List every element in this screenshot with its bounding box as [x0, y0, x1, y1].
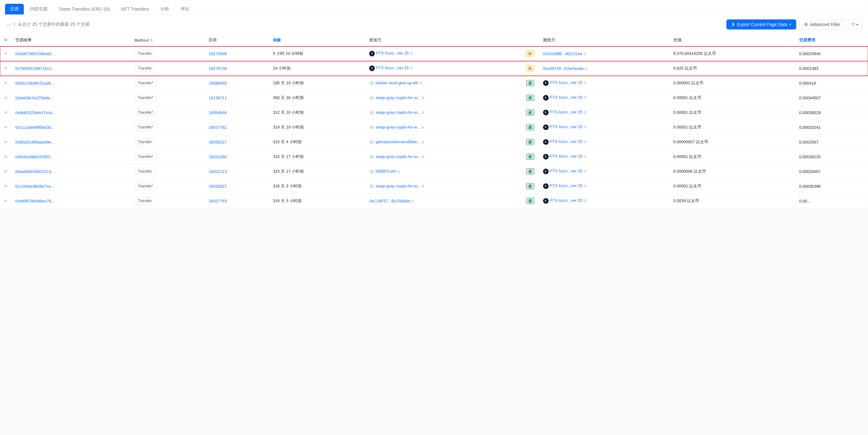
sender-link[interactable]: swap-gray-crypto-for-w...	[375, 110, 420, 115]
copy-to-icon[interactable]: ⧉	[584, 110, 587, 114]
age-cell: 315 天 4 小时前	[269, 135, 366, 150]
tab-comments[interactable]: 评论	[176, 4, 194, 14]
sender-link[interactable]: swap-gray-crypto-for-w...	[375, 184, 420, 188]
row-eye-icon[interactable]: 👁	[4, 125, 8, 130]
tx-hash-link[interactable]: 0xbab89c00925113...	[16, 169, 55, 174]
row-eye-icon[interactable]: 👁	[4, 96, 8, 100]
copy-to-icon[interactable]: ⧉	[585, 66, 588, 71]
block-link[interactable]: 18276738	[209, 66, 227, 71]
copy-from-icon[interactable]: ⧉	[411, 199, 414, 204]
tx-hash-link[interactable]: 0x11c18e88ff56a35...	[16, 125, 55, 130]
receiver-link[interactable]: FTX Acco...ner 25	[550, 124, 583, 129]
copy-to-icon[interactable]: ⧉	[584, 184, 587, 188]
block-link[interactable]: 16031280	[209, 155, 227, 159]
copy-from-icon[interactable]: ⧉	[422, 155, 424, 159]
copy-to-icon[interactable]: ⧉	[584, 154, 587, 159]
copy-from-icon[interactable]: ⧉	[422, 110, 424, 115]
generic-from-icon: ◇	[369, 125, 374, 130]
sender-link[interactable]: 009953.eth	[375, 169, 396, 174]
tx-hash-link[interactable]: 0x851c9b69c51aa6...	[16, 81, 54, 86]
block-link[interactable]: 16028327	[209, 184, 227, 189]
tab-internal-transactions[interactable]: 内部交易	[25, 4, 53, 14]
row-eye-icon[interactable]: 👁	[4, 199, 8, 204]
chevron-plain-icon: ▾	[857, 23, 858, 27]
receiver-link[interactable]: FTX Acco...ner 25	[550, 154, 583, 159]
copy-from-icon[interactable]: ⧉	[422, 96, 424, 100]
value-cell: 0.0000006 以太币	[670, 164, 796, 179]
receiver-link[interactable]: 0x1010BB...4f2122a4	[543, 52, 582, 56]
filter-icon: ⚙	[804, 22, 808, 27]
block-link[interactable]: 16027743	[209, 199, 227, 204]
tx-hash-link[interactable]: 0x84957884dbec78...	[16, 199, 55, 204]
receiver-link[interactable]: 0xa39749...D2aAea4a	[543, 66, 584, 71]
col-fee: 交易费用	[795, 34, 868, 46]
generic-from-icon: ◇	[369, 110, 374, 115]
copy-from-icon[interactable]: ⧉	[422, 140, 424, 144]
block-link[interactable]: 16889455	[209, 81, 227, 86]
tab-analytics[interactable]: 分析	[155, 4, 174, 14]
block-link[interactable]: 16054646	[209, 110, 227, 115]
copy-from-icon[interactable]: ⧉	[410, 66, 413, 70]
row-eye-icon[interactable]: 👁	[4, 52, 8, 56]
tx-hash-link[interactable]: 0x7885f3198f71b11...	[16, 66, 55, 71]
row-eye-icon[interactable]: 👁	[4, 110, 8, 115]
tab-token-transfers[interactable]: Token Transfers (ERC-20)	[54, 4, 115, 14]
row-eye-icon[interactable]: 👁	[4, 184, 8, 189]
receiver-link[interactable]: FTX Acco...ner 25	[550, 80, 583, 85]
receiver-link[interactable]: FTX Acco...ner 25	[550, 168, 583, 173]
tab-transactions[interactable]: 交易	[5, 4, 24, 14]
copy-to-icon[interactable]: ⧉	[584, 139, 587, 144]
row-eye-icon[interactable]: 👁	[4, 140, 8, 145]
tx-hash-link[interactable]: 0x8a673f81f196da3...	[16, 52, 55, 56]
tab-nft-transfers[interactable]: NFT Transfers	[116, 4, 154, 14]
copy-to-icon[interactable]: ⧉	[584, 95, 587, 100]
receiver-link[interactable]: FTX Acco...ner 25	[550, 110, 583, 114]
export-button[interactable]: ⬇ Export Current Page Data ▾	[726, 20, 796, 29]
row-eye-icon[interactable]: 👁	[4, 66, 8, 71]
fee-cell: 0.00...	[795, 194, 868, 209]
copy-to-icon[interactable]: ⧉	[584, 52, 586, 56]
block-link[interactable]: 16138711	[209, 96, 227, 100]
tx-hash-link[interactable]: 0xbbb3323efe17ccd...	[16, 110, 56, 115]
generic-from-icon: ◇	[369, 169, 374, 174]
method-badge: Transfer*	[134, 153, 157, 160]
copy-from-icon[interactable]: ⧉	[410, 51, 413, 56]
receiver-link[interactable]: FTX Acco...ner 25	[550, 198, 583, 203]
copy-to-icon[interactable]: ⧉	[584, 81, 587, 85]
row-eye-icon[interactable]: 👁	[4, 81, 8, 86]
sender-link[interactable]: swap-gray-crypto-for-w...	[375, 125, 420, 129]
sender-link[interactable]: hacker-dont-give-up.eth	[375, 81, 418, 85]
block-link[interactable]: 18279308	[209, 52, 227, 56]
tx-hash-link[interactable]: 0x80a51d90aacb9e...	[16, 140, 55, 145]
copy-from-icon[interactable]: ⧉	[422, 125, 424, 129]
copy-from-icon[interactable]: ⧉	[397, 169, 400, 174]
copy-to-icon[interactable]: ⧉	[584, 169, 587, 173]
sender-link[interactable]: FTX Acco...ner 25	[376, 65, 409, 70]
receiver-link[interactable]: FTX Acco...ner 25	[550, 139, 583, 144]
advanced-filter-button[interactable]: ⚙ Advanced Filter	[799, 19, 845, 30]
sender-link[interactable]: 0xC18F57...Ba70d08d	[369, 199, 410, 204]
tx-hash-link[interactable]: 0xbe93b7ecf76d4e...	[16, 96, 53, 100]
sender-link[interactable]: getexposedorsend2ket...	[375, 139, 420, 144]
copy-to-icon[interactable]: ⧉	[584, 198, 587, 203]
filter-plain-button[interactable]: ▽ ▾	[848, 19, 862, 30]
sender-link[interactable]: swap-gray-crypto-for-w...	[375, 154, 420, 159]
row-eye-icon[interactable]: 👁	[4, 155, 8, 159]
receiver-link[interactable]: FTX Acco...ner 25	[550, 95, 583, 100]
receiver-link[interactable]: FTX Acco...ner 25	[550, 183, 583, 188]
copy-from-icon[interactable]: ⧉	[422, 184, 424, 188]
method-info-icon[interactable]: ℹ	[151, 38, 153, 42]
copy-from-icon[interactable]: ⧉	[420, 81, 423, 85]
block-link[interactable]: 16035227	[209, 140, 227, 145]
sender-link[interactable]: FTX Acco...ner 25	[376, 51, 409, 56]
generic-from-icon: ◇	[369, 154, 374, 159]
block-link[interactable]: 16031113	[209, 169, 227, 174]
tx-hash-link[interactable]: 0x110edc8b08e7ce...	[16, 184, 54, 189]
copy-to-icon[interactable]: ⧉	[584, 125, 587, 129]
block-link[interactable]: 16037781	[209, 125, 227, 130]
tx-hash-link[interactable]: 0x818c598e2f3363...	[16, 155, 53, 159]
row-eye-icon[interactable]: 👁	[4, 169, 8, 174]
transactions-table-wrap: 👁 交易哈希 Method ℹ 区块 块龄	[0, 34, 868, 209]
sender-link[interactable]: swap-gray-crypto-for-w...	[375, 95, 420, 100]
table-row: 👁0x8a673f81f196da3...Transfer182793085 小…	[0, 46, 868, 61]
